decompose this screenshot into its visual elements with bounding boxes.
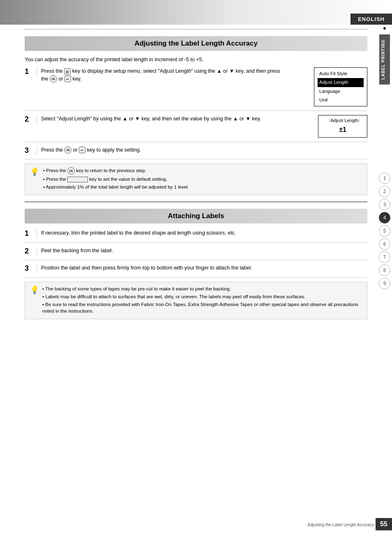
step-number-1: 1 xyxy=(25,67,37,76)
step2-content-3: Position the label and then press firmly… xyxy=(41,264,367,272)
menu-item-autofit: Auto Fit Style xyxy=(318,69,364,78)
notes-content-1: Press the ok key to return to the previo… xyxy=(43,167,189,191)
adjust-length-title: 〈Adjust Length〉 xyxy=(323,117,363,124)
step-content-3: Press the ok or ↵ key to apply the setti… xyxy=(41,146,367,154)
ok-key-icon: ok xyxy=(50,75,57,83)
step3-press: Press the xyxy=(41,147,64,153)
tab-1[interactable]: 1 xyxy=(379,173,390,184)
section1-description: You can adjust the accuracy of the print… xyxy=(25,57,367,62)
label-printing-label: LABEL PRINTING xyxy=(379,35,390,85)
adjust-length-value: ±1 xyxy=(323,124,363,136)
step1-text-mid: key to display the setup menu, select "A… xyxy=(72,68,280,74)
tab-9[interactable]: 9 xyxy=(379,278,390,289)
tab-5[interactable]: 5 xyxy=(379,225,390,237)
step1-text-key: key. xyxy=(72,76,81,82)
note-2-3: Be sure to read the instructions provide… xyxy=(42,301,362,314)
menu-key-icon: ⊞ xyxy=(64,68,71,75)
notes-icon: 💡 xyxy=(30,167,39,176)
numbered-tabs: 1 2 3 4 5 6 7 8 9 xyxy=(377,173,392,291)
notes2-icon: 💡 xyxy=(30,286,38,295)
section1-title: Adjusting the Label Length Accuracy xyxy=(31,39,361,48)
step1-menu-box: Auto Fit Style Adjust Length Language Un… xyxy=(314,67,367,106)
step-1-2: 2 Select "Adjust Length" by using the ▲ … xyxy=(25,115,367,142)
step2-content-1: If necessary, trim the printed label to … xyxy=(41,229,367,237)
step2-adjust-box: 〈Adjust Length〉 ±1 xyxy=(318,115,367,138)
notes-content-2: The backing of some types of tapes may b… xyxy=(42,286,362,315)
step3-or: or xyxy=(73,147,79,153)
section-divider xyxy=(25,202,367,202)
page-number: 55 xyxy=(376,518,392,530)
enter-key-icon: ↵ xyxy=(65,76,71,82)
note-blank-key xyxy=(67,177,88,182)
section2-title: Attaching Labels xyxy=(31,212,361,220)
step1-text-or: or xyxy=(58,76,65,82)
section1-notes: 💡 Press the ok key to return to the prev… xyxy=(25,164,367,195)
language-badge: ENGLISH xyxy=(350,14,392,25)
step1-text-the: the xyxy=(41,76,50,82)
step2-1-text: If necessary, trim the printed label to … xyxy=(41,230,236,236)
header-bar: ENGLISH xyxy=(0,0,392,25)
step1-text-press: Press the xyxy=(41,68,64,74)
note-1-3: Approximately 1% of the total label leng… xyxy=(43,184,189,190)
note-ok-icon: ok xyxy=(67,167,75,175)
tab-3[interactable]: 3 xyxy=(379,199,390,210)
step-1-3: 3 Press the ok or ↵ key to apply the set… xyxy=(25,146,367,160)
dotted-divider xyxy=(25,29,367,30)
note-2-1: The backing of some types of tapes may b… xyxy=(42,286,362,292)
menu-item-adjustlength: Adjust Length xyxy=(318,78,364,87)
step-number-3: 3 xyxy=(25,146,37,155)
step3-ok-icon: ok xyxy=(64,146,71,154)
step2-3-text: Position the label and then press firmly… xyxy=(41,265,252,271)
step-text-2: Select "Adjust Length" by using the ▲ or… xyxy=(41,115,312,123)
step-content-1: Press the ⊞ key to display the setup men… xyxy=(41,67,367,106)
step2-number-1: 1 xyxy=(25,229,37,238)
step2-text: Select "Adjust Length" by using the ▲ or… xyxy=(41,116,261,122)
step-1-1: 1 Press the ⊞ key to display the setup m… xyxy=(25,67,367,111)
step-2-1: 1 If necessary, trim the printed label t… xyxy=(25,229,367,243)
note-1-2: Press the key to set the value to defaul… xyxy=(43,176,189,182)
section1-header: Adjusting the Label Length Accuracy xyxy=(25,36,367,51)
label-printing-sidebar: ● LABEL PRINTING xyxy=(377,25,392,86)
bullet-dot: ● xyxy=(383,25,386,31)
step-2-3: 3 Position the label and then press firm… xyxy=(25,264,367,278)
step2-content-2: Peel the backing from the label. xyxy=(41,247,367,255)
step2-number-2: 2 xyxy=(25,247,37,256)
tab-6[interactable]: 6 xyxy=(379,238,390,250)
section2-notes: 💡 The backing of some types of tapes may… xyxy=(25,282,367,319)
step3-enter-icon: ↵ xyxy=(79,147,85,153)
note-2-2: Labels may be difficult to attach to sur… xyxy=(42,293,362,300)
note-1-1: Press the ok key to return to the previo… xyxy=(43,167,189,175)
step-content-2: Select "Adjust Length" by using the ▲ or… xyxy=(41,115,367,138)
tab-7[interactable]: 7 xyxy=(379,251,390,263)
main-content: Adjusting the Label Length Accuracy You … xyxy=(25,29,371,319)
page-label: Adjusting the Label Length Accuracy xyxy=(307,523,374,527)
step2-number-3: 3 xyxy=(25,264,37,273)
menu-item-unit: Unit xyxy=(318,96,364,104)
tab-4[interactable]: 4 xyxy=(379,212,390,223)
step-text-1: Press the ⊞ key to display the setup men… xyxy=(41,67,308,83)
section2-header: Attaching Labels xyxy=(25,209,367,223)
step3-apply: key to apply the setting. xyxy=(87,147,141,153)
tab-8[interactable]: 8 xyxy=(379,265,390,276)
step-2-2: 2 Peel the backing from the label. xyxy=(25,247,367,260)
menu-item-language: Language xyxy=(318,87,364,96)
step2-2-text: Peel the backing from the label. xyxy=(41,248,113,253)
tab-2[interactable]: 2 xyxy=(379,186,390,197)
step-number-2: 2 xyxy=(25,115,37,124)
